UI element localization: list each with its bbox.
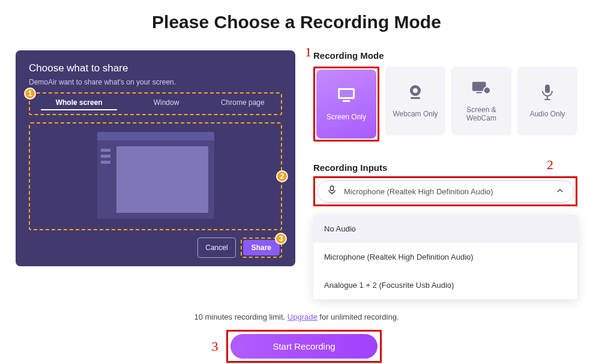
webcam-icon xyxy=(405,84,426,103)
option-no-audio[interactable]: No Audio xyxy=(313,215,577,243)
mode-webcam-only[interactable]: Webcam Only xyxy=(385,67,445,136)
callout-badge-2: 2 xyxy=(276,170,288,182)
page-title: Please Choose a Recording Mode xyxy=(0,0,593,50)
share-button-highlight: 3 Share xyxy=(241,237,282,258)
monitor-icon xyxy=(336,87,357,106)
svg-rect-10 xyxy=(547,96,548,99)
limit-notice: 10 minutes recording limit. Upgrade for … xyxy=(0,312,593,321)
input-dropdown-highlight: Microphone (Realtek High Definition Audi… xyxy=(313,176,577,206)
recording-mode-label: Recording Mode xyxy=(313,50,577,61)
cancel-button[interactable]: Cancel xyxy=(197,237,235,258)
start-recording-button[interactable]: Start Recording xyxy=(230,334,377,359)
tab-window[interactable]: Window xyxy=(128,97,204,110)
microphone-icon xyxy=(327,185,337,197)
mode-screen-only[interactable]: Screen Only xyxy=(316,70,376,139)
limit-text-post: for unlimited recording. xyxy=(318,312,399,321)
annotation-number-2: 2 xyxy=(547,157,553,173)
upgrade-link[interactable]: Upgrade xyxy=(287,312,318,321)
mode-label: Audio Only xyxy=(530,110,565,118)
callout-badge-1: 1 xyxy=(24,88,36,100)
mode-screen-only-highlight: Screen Only xyxy=(313,67,379,142)
share-dialog: Choose what to share DemoAir want to sha… xyxy=(16,50,295,266)
selected-input-text: Microphone (Realtek High Definition Audi… xyxy=(344,187,549,196)
svg-point-4 xyxy=(413,88,418,93)
microphone-icon xyxy=(537,84,558,103)
start-button-highlight: Start Recording xyxy=(226,330,381,363)
chevron-up-icon xyxy=(556,186,564,197)
audio-input-dropdown[interactable]: Microphone (Realtek High Definition Audi… xyxy=(317,180,574,203)
svg-rect-2 xyxy=(343,100,350,102)
mode-screen-webcam[interactable]: Screen & WebCam xyxy=(451,67,511,136)
svg-rect-12 xyxy=(331,186,334,191)
share-preview-highlight: 2 xyxy=(29,122,282,230)
share-subtext: DemoAir want to share what's on your scr… xyxy=(29,78,282,86)
svg-rect-5 xyxy=(411,97,420,99)
svg-rect-1 xyxy=(340,90,353,97)
share-button[interactable]: Share xyxy=(243,240,280,255)
callout-badge-3: 3 xyxy=(275,233,287,245)
tab-chrome-page[interactable]: Chrome page xyxy=(205,97,281,110)
option-focusrite[interactable]: Analogue 1 + 2 (Focusrite Usb Audio) xyxy=(313,271,577,299)
option-realtek[interactable]: Microphone (Realtek High Definition Audi… xyxy=(313,243,577,271)
screen-thumbnail[interactable] xyxy=(97,132,214,219)
mode-audio-only[interactable]: Audio Only xyxy=(517,67,577,136)
annotation-number-1: 1 xyxy=(305,44,312,60)
mode-label: Screen Only xyxy=(327,113,366,121)
svg-point-8 xyxy=(484,87,490,94)
screen-webcam-icon xyxy=(471,80,492,98)
audio-input-options: No Audio Microphone (Realtek High Defini… xyxy=(313,215,577,299)
svg-rect-9 xyxy=(545,85,550,93)
mode-label: Webcam Only xyxy=(393,110,438,118)
share-heading: Choose what to share xyxy=(29,62,282,74)
limit-text-pre: 10 minutes recording limit. xyxy=(194,312,287,321)
recording-inputs-label: Recording Inputs xyxy=(313,163,387,173)
tab-whole-screen[interactable]: Whole screen xyxy=(41,97,117,110)
mode-label: Screen & WebCam xyxy=(451,106,511,122)
svg-rect-7 xyxy=(477,92,482,94)
svg-rect-11 xyxy=(544,99,550,100)
share-tabs-highlight: 1 Whole screen Window Chrome page xyxy=(29,92,282,115)
annotation-number-3: 3 xyxy=(211,339,218,354)
